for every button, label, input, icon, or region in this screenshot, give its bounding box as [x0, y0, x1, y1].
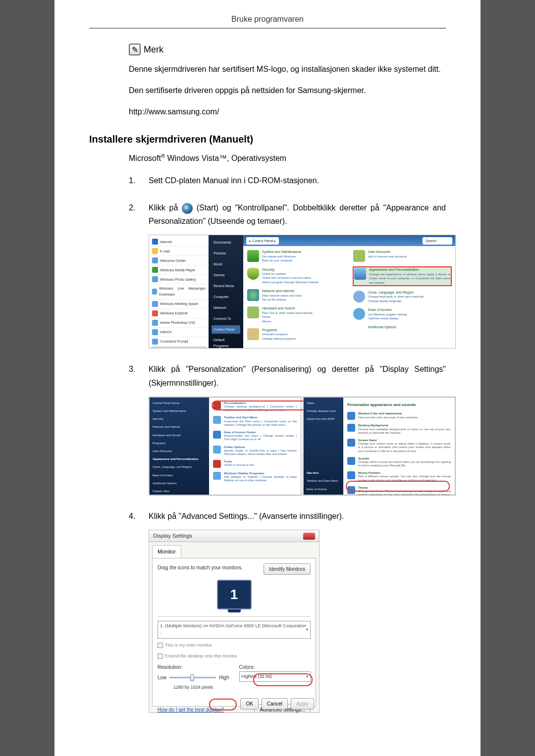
personalization-item[interactable]: Screen SaverChange your screen saver or … [347, 439, 451, 453]
apply-button[interactable]: Apply [291, 698, 314, 709]
start-right-item[interactable]: Recent Items [212, 282, 240, 291]
app-icon [152, 289, 157, 295]
app-icon [152, 248, 158, 254]
sidebar-item[interactable]: Programs [153, 441, 206, 446]
tab-monitor[interactable]: Monitor [152, 545, 181, 558]
start-menu-item[interactable]: Adobe Photoshop CS2 [151, 318, 207, 328]
control-panel-category[interactable]: SecurityCheck for updatesCheck this comp… [247, 268, 345, 285]
category-icon [353, 308, 365, 320]
control-panel-category[interactable]: Appearance and PersonalizationChange the… [353, 267, 451, 286]
appearance-item[interactable]: Folder OptionsSpecify single- or double-… [213, 446, 297, 456]
sidebar-item[interactable]: User Accounts [153, 449, 206, 454]
start-menu-item[interactable]: InterOn [151, 328, 207, 337]
start-right-item[interactable]: Games [212, 271, 240, 280]
sidebar-item[interactable]: Control Panel Home [153, 401, 206, 405]
control-panel-category[interactable]: Clock, Language, and RegionChange keyboa… [353, 291, 451, 303]
sidebar-item[interactable]: Additional Options [153, 481, 206, 486]
control-panel-category[interactable]: Network and InternetView network status … [247, 289, 345, 302]
all-programs[interactable]: ▸ All Programs [151, 347, 207, 349]
category-icon [247, 268, 259, 280]
start-item-label: Windows Media Player [160, 267, 195, 273]
resolution-col: Resolution: Low High 1280 by 1024 pixels [158, 663, 229, 691]
personalization-item[interactable]: SoundsChange which sounds are heard when… [347, 457, 451, 468]
start-menu-item[interactable]: Windows Media Player [151, 265, 207, 275]
start-right-item[interactable]: Connect To [212, 314, 240, 323]
control-panel-titlebar: ▸ Control Panel ▸ Search [243, 235, 455, 246]
sidebar-item[interactable]: Appearance and Personalization [153, 456, 206, 461]
slider-low: Low [158, 673, 166, 682]
sidebar-item[interactable]: Network and Internet [153, 424, 206, 429]
task-item[interactable]: Change desktop icons [307, 408, 340, 413]
personalization-item[interactable]: Window Color and AppearanceFine tune the… [347, 412, 451, 420]
registered-mark: ® [161, 153, 165, 159]
appearance-item[interactable]: Windows Sidebar PropertiesAdd gadgets to… [213, 472, 297, 483]
appearance-item[interactable]: FontsInstall or remove a font [213, 460, 297, 468]
address-bar[interactable]: ▸ Control Panel ▸ [246, 237, 279, 245]
item-subtext: Install or remove a font [224, 463, 254, 466]
start-right-item[interactable]: Control Panel [212, 325, 240, 334]
category-icon [353, 250, 365, 262]
slider-thumb[interactable] [190, 674, 194, 681]
checkbox-icon [158, 643, 163, 648]
start-menu-item[interactable]: Internet [151, 237, 207, 247]
resolution-slider[interactable]: Low High [158, 673, 229, 682]
task-item[interactable]: Adjust font size (DPI) [307, 416, 340, 421]
control-panel-category[interactable]: User AccountsAdd or remove user accounts [353, 250, 451, 262]
start-menu-item[interactable]: Welcome Center [151, 256, 207, 265]
ok-button[interactable]: OK [240, 698, 258, 709]
start-item-label: InterOn [160, 329, 171, 335]
item-icon [347, 412, 355, 420]
control-panel-category[interactable]: ProgramsUninstall a programChange startu… [247, 328, 345, 341]
control-panel-window: ▸ Control Panel ▸ Search System and Main… [243, 235, 455, 348]
sidebar-item[interactable]: Security [153, 416, 206, 421]
start-right-item[interactable]: Music [212, 260, 240, 269]
control-panel-category[interactable]: System and MaintenanceGet started with W… [247, 250, 345, 262]
monitor-icon[interactable]: 1 [217, 580, 252, 609]
start-right-item[interactable]: Pictures [212, 249, 240, 258]
sidebar-item[interactable]: Ease of Access [153, 473, 206, 478]
item-subtext: Add gadgets to Sidebar | Choose whether … [224, 475, 297, 482]
sidebar-item[interactable]: Hardware and Sound [153, 433, 206, 438]
note-block: ✎ Merk Denne skjermdriveren har sertifis… [129, 44, 446, 119]
control-panel-body: System and MaintenanceGet started with W… [243, 246, 455, 348]
os-prefix: Microsoft [129, 154, 161, 162]
sidebar-item[interactable]: Clock, Language, and Region [153, 464, 206, 469]
extend-desktop-checkbox[interactable]: Extend the desktop onto this monitor [158, 653, 311, 660]
checkbox-icon [158, 654, 163, 659]
control-panel-category[interactable]: Hardware and SoundPlay CDs or other medi… [247, 306, 345, 323]
close-icon[interactable] [303, 533, 315, 540]
sidebar-item[interactable]: Classic View [153, 489, 206, 494]
main-monitor-checkbox[interactable]: This is my main monitor [158, 642, 311, 649]
category-subtext: Get started with WindowsBack up your com… [262, 255, 296, 262]
start-menu-item[interactable]: Windows Meeting Space [151, 300, 207, 309]
start-menu-item[interactable]: Windows Live Messenger Download [151, 284, 207, 300]
start-menu-item[interactable]: Windows Explorer [151, 309, 207, 318]
sidebar-item[interactable]: System and Maintenance [153, 408, 206, 413]
start-right-item[interactable]: Computer [212, 293, 240, 302]
appearance-item[interactable]: Ease of Access CenterAccommodate low vis… [213, 431, 297, 442]
control-panel-category[interactable]: Additional Options [353, 325, 451, 337]
start-right-item[interactable]: Documents [212, 238, 240, 247]
personalization-item[interactable]: Desktop BackgroundChoose from available … [347, 424, 451, 435]
task-item[interactable]: Tasks [307, 401, 340, 405]
cancel-button[interactable]: Cancel [262, 698, 288, 709]
start-right-item[interactable]: Default Programs [212, 336, 240, 349]
appearance-item[interactable]: Taskbar and Start MenuCustomize the Star… [213, 416, 297, 427]
control-panel-category[interactable]: Ease of AccessLet Windows suggest settin… [353, 308, 451, 320]
see-also-item[interactable]: Ease of Access [307, 487, 340, 492]
start-menu-item[interactable]: Windows Photo Gallery [151, 275, 207, 284]
callout-ok [209, 699, 237, 710]
identify-monitors-button[interactable]: Identify Monitors [264, 563, 311, 575]
monitor-dropdown[interactable]: 1. (Multiple Monitors) on NVIDIA GeForce… [158, 621, 311, 639]
see-also-item[interactable]: Taskbar and Start Menu [307, 478, 340, 483]
start-menu-item[interactable]: E-mail [151, 247, 207, 256]
personalization-heading: Personalize appearance and sounds [347, 402, 451, 408]
app-icon [152, 276, 158, 282]
start-menu-item[interactable]: Command Prompt [151, 337, 207, 347]
start-item-label: Welcome Center [160, 258, 186, 264]
category-icon [247, 250, 259, 262]
start-right-item[interactable]: Network [212, 303, 240, 312]
category-title: Ease of Access [368, 308, 392, 311]
category-icon [247, 328, 259, 340]
search-box[interactable]: Search [423, 237, 452, 245]
